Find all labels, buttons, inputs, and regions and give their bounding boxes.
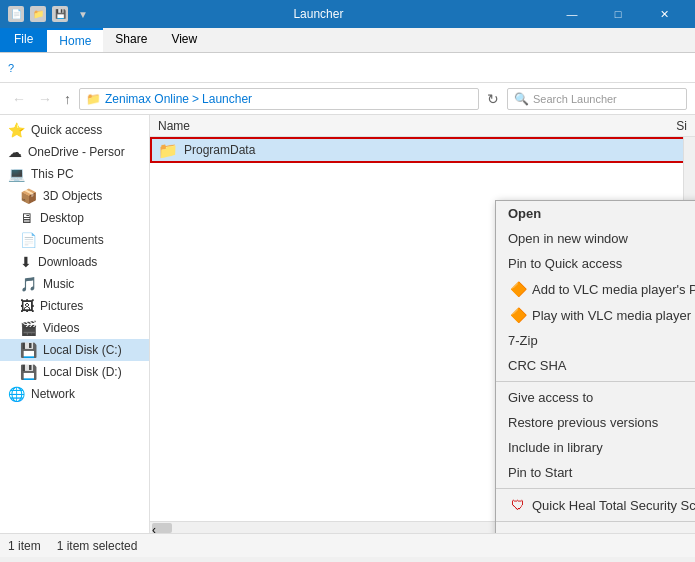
status-selected: 1 item selected: [57, 539, 138, 553]
ctx-7zip[interactable]: 7-Zip ›: [496, 328, 695, 353]
ribbon-help[interactable]: ?: [8, 62, 14, 74]
ctx-pin-start-label: Pin to Start: [508, 465, 695, 480]
downloads-icon: ⬇: [20, 254, 32, 270]
thispc-icon: 💻: [8, 166, 25, 182]
ctx-send-to[interactable]: Send to ›: [496, 525, 695, 533]
tab-file[interactable]: File: [0, 28, 47, 52]
scrollbar-thumb-left[interactable]: ‹: [152, 523, 172, 533]
documents-icon: 📄: [20, 232, 37, 248]
nav-back-button[interactable]: ←: [8, 89, 30, 109]
sidebar-label-locald: Local Disk (D:): [43, 365, 122, 379]
tab-share[interactable]: Share: [103, 28, 159, 52]
sidebar-item-videos[interactable]: 🎬 Videos: [0, 317, 149, 339]
network-icon: 🌐: [8, 386, 25, 402]
localc-icon: 💾: [20, 342, 37, 358]
search-bar[interactable]: 🔍 Search Launcher: [507, 88, 687, 110]
ctx-vlc-play[interactable]: 🔶 Play with VLC media player: [496, 302, 695, 328]
ctx-crc-sha[interactable]: CRC SHA ›: [496, 353, 695, 378]
breadcrumb-launcher[interactable]: Launcher: [202, 92, 252, 106]
ctx-quick-heal[interactable]: 🛡 Quick Heal Total Security Scan: [496, 492, 695, 518]
sidebar-label-localc: Local Disk (C:): [43, 343, 122, 357]
address-folder-icon: 📁: [86, 92, 101, 106]
sidebar-label-network: Network: [31, 387, 75, 401]
vlc-icon-play: 🔶: [508, 307, 528, 323]
sidebar-item-3dobjects[interactable]: 📦 3D Objects: [0, 185, 149, 207]
sidebar: ⭐ Quick access ☁ OneDrive - Persor 💻 Thi…: [0, 115, 150, 533]
sidebar-item-documents[interactable]: 📄 Documents: [0, 229, 149, 251]
ctx-quick-heal-label: Quick Heal Total Security Scan: [532, 498, 695, 513]
sidebar-item-quick-access[interactable]: ⭐ Quick access: [0, 119, 149, 141]
sidebar-item-network[interactable]: 🌐 Network: [0, 383, 149, 405]
desktop-icon: 🖥: [20, 210, 34, 226]
ctx-include-library[interactable]: Include in library ›: [496, 435, 695, 460]
ribbon-content: ?: [0, 53, 695, 83]
maximize-button[interactable]: □: [595, 0, 641, 28]
nav-up-button[interactable]: ↑: [60, 89, 75, 109]
tab-view[interactable]: View: [159, 28, 209, 52]
ctx-pin-start[interactable]: Pin to Start: [496, 460, 695, 485]
tab-home[interactable]: Home: [47, 28, 103, 52]
ribbon-tabs: File Home Share View: [0, 28, 695, 52]
music-icon: 🎵: [20, 276, 37, 292]
close-button[interactable]: ✕: [641, 0, 687, 28]
title-bar: 📄 📁 💾 ▼ Launcher — □ ✕: [0, 0, 695, 28]
ctx-sep-2: [496, 488, 695, 489]
sidebar-label-music: Music: [43, 277, 74, 291]
ctx-sep-1: [496, 381, 695, 382]
column-name-header: Name: [158, 119, 627, 133]
ctx-include-library-label: Include in library: [508, 440, 695, 455]
onedrive-icon: ☁: [8, 144, 22, 160]
sidebar-label-desktop: Desktop: [40, 211, 84, 225]
sidebar-item-localc[interactable]: 💾 Local Disk (C:): [0, 339, 149, 361]
vlc-icon-playlist: 🔶: [508, 281, 528, 297]
refresh-button[interactable]: ↻: [483, 89, 503, 109]
address-bar[interactable]: 📁 Zenimax Online > Launcher: [79, 88, 479, 110]
sidebar-item-pictures[interactable]: 🖼 Pictures: [0, 295, 149, 317]
ctx-pin-quick-access-label: Pin to Quick access: [508, 256, 695, 271]
ctx-open-new-window-label: Open in new window: [508, 231, 695, 246]
quick-heal-icon: 🛡: [508, 497, 528, 513]
search-icon: 🔍: [514, 92, 529, 106]
folder-icon: 📁: [158, 141, 178, 160]
title-bar-dropdown[interactable]: ▼: [78, 9, 88, 20]
ctx-give-access[interactable]: Give access to ›: [496, 385, 695, 410]
pictures-icon: 🖼: [20, 298, 34, 314]
file-name-programdata: ProgramData: [184, 143, 255, 157]
ctx-restore-versions[interactable]: Restore previous versions: [496, 410, 695, 435]
sidebar-item-locald[interactable]: 💾 Local Disk (D:): [0, 361, 149, 383]
sidebar-label-documents: Documents: [43, 233, 104, 247]
title-bar-icons: 📄 📁 💾 ▼: [8, 6, 88, 22]
minimize-button[interactable]: —: [549, 0, 595, 28]
tb-icon-folder: 📁: [30, 6, 46, 22]
ctx-open-label: Open: [508, 206, 695, 221]
ctx-open-new-window[interactable]: Open in new window: [496, 226, 695, 251]
ctx-send-to-label: Send to: [508, 530, 695, 533]
main-area: ⭐ Quick access ☁ OneDrive - Persor 💻 Thi…: [0, 115, 695, 533]
status-item-count: 1 item: [8, 539, 41, 553]
ctx-open[interactable]: Open: [496, 201, 695, 226]
sidebar-label-videos: Videos: [43, 321, 79, 335]
column-size-header: Si: [627, 119, 687, 133]
sidebar-label-pictures: Pictures: [40, 299, 83, 313]
sidebar-item-onedrive[interactable]: ☁ OneDrive - Persor: [0, 141, 149, 163]
tb-icon-doc: 📄: [8, 6, 24, 22]
sidebar-item-music[interactable]: 🎵 Music: [0, 273, 149, 295]
breadcrumb-zenimax[interactable]: Zenimax Online: [105, 92, 189, 106]
sidebar-label-quick-access: Quick access: [31, 123, 102, 137]
nav-forward-button[interactable]: →: [34, 89, 56, 109]
address-separator-1: >: [192, 92, 199, 106]
ctx-crc-sha-label: CRC SHA: [508, 358, 695, 373]
window-title: Launcher: [88, 7, 549, 21]
nav-bar: ← → ↑ 📁 Zenimax Online > Launcher ↻ 🔍 Se…: [0, 83, 695, 115]
file-list-header: Name Si: [150, 115, 695, 137]
file-item-programdata[interactable]: 📁 ProgramData: [150, 137, 695, 163]
sidebar-item-thispc[interactable]: 💻 This PC: [0, 163, 149, 185]
ctx-pin-quick-access[interactable]: Pin to Quick access: [496, 251, 695, 276]
sidebar-label-3dobjects: 3D Objects: [43, 189, 102, 203]
ctx-restore-versions-label: Restore previous versions: [508, 415, 695, 430]
sidebar-item-desktop[interactable]: 🖥 Desktop: [0, 207, 149, 229]
sidebar-item-downloads[interactable]: ⬇ Downloads: [0, 251, 149, 273]
videos-icon: 🎬: [20, 320, 37, 336]
sidebar-label-onedrive: OneDrive - Persor: [28, 145, 125, 159]
ctx-vlc-playlist[interactable]: 🔶 Add to VLC media player's Playlist: [496, 276, 695, 302]
